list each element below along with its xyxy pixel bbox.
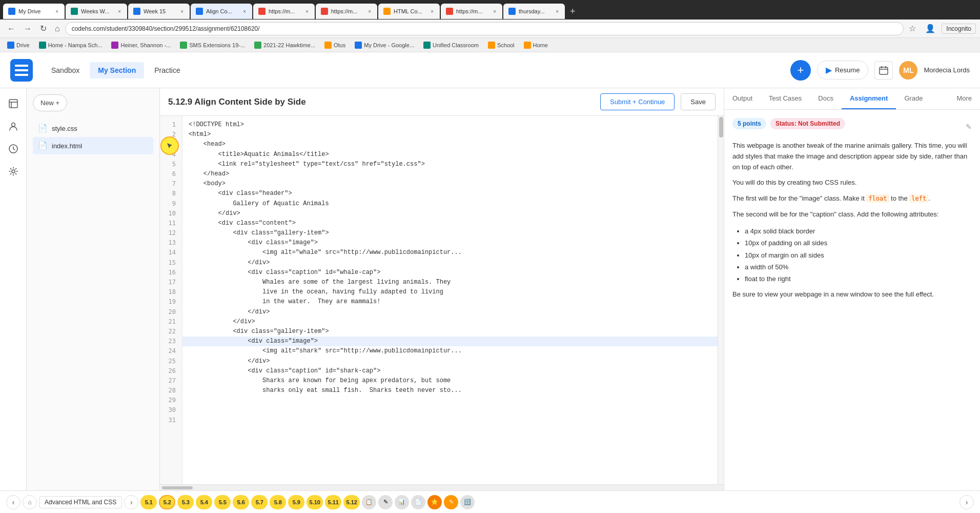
tab-assignment[interactable]: Assignment [842,88,896,109]
ext-label-school: School [497,42,515,48]
sidebar-icon-settings[interactable] [4,162,23,181]
tab-close-https3[interactable]: × [492,8,497,15]
new-tab-button[interactable]: + [566,4,580,19]
bullet-border: a 4px solid black border [745,225,972,237]
lesson-53[interactable]: 5.3 [177,495,194,509]
lesson-icon-2[interactable]: ✎ [378,495,393,509]
back-button[interactable]: ← [4,22,18,35]
lesson-51[interactable]: 5.1 [140,495,157,509]
lesson-56[interactable]: 5.6 [233,495,249,509]
tab-mydrive[interactable]: My Drive × [3,4,65,19]
lesson-52[interactable]: 5.2 [159,495,175,509]
lesson-512[interactable]: 5.12 [343,495,360,509]
code-content[interactable]: <!DOCTYPE html><html> <head> <title>Aqua… [182,116,724,484]
calendar-button[interactable] [874,61,893,80]
prev-arrow[interactable]: ‹ [6,495,21,509]
line-numbers: 1234567891011121314151617181920212223242… [160,116,182,484]
lesson-57[interactable]: 5.7 [251,495,268,509]
tab-close-alignco[interactable]: × [242,8,247,15]
tab-close-weeks[interactable]: × [117,8,122,15]
scrollbar-horizontal[interactable] [160,484,724,490]
bookmark-button[interactable]: ☆ [906,22,919,35]
ext-home-nampa[interactable]: Home - Nampa Sch... [36,41,106,50]
lesson-icon-6[interactable]: ✎ [444,495,458,509]
home-icon-bottom[interactable]: ⌂ [23,495,37,509]
forward-button[interactable]: → [21,22,35,35]
lesson-510[interactable]: 5.10 [307,495,323,509]
lesson-icon-5[interactable]: ⭐ [427,495,442,509]
tab-thursday[interactable]: thursday... × [503,4,565,19]
scrollbar-thumb-h[interactable] [162,486,193,489]
lesson-icon-4[interactable]: 📄 [411,495,425,509]
edit-icon[interactable]: ✎ [966,123,972,131]
tab-https3[interactable]: https://m... × [441,4,502,19]
ext-heiner[interactable]: Heiner, Shannon -... [108,41,174,50]
lesson-511[interactable]: 5.11 [325,495,341,509]
tab-close-https1[interactable]: × [304,8,310,15]
file-item-indexhtml[interactable]: 📄 index.html [33,137,153,154]
lesson-icon-3[interactable]: 📊 [395,495,409,509]
address-bar[interactable] [65,22,904,35]
tab-label-mydrive: My Drive [18,8,51,14]
sidebar-icon-users[interactable] [4,117,23,135]
course-label[interactable]: Advanced HTML and CSS [39,496,122,508]
tab-icon-alignco [196,8,203,15]
tab-close-thursday[interactable]: × [555,8,560,15]
ext-school[interactable]: School [485,41,518,50]
ext-home2[interactable]: Home [521,41,551,50]
tab-close-htmlco[interactable]: × [430,8,435,15]
ext-otus[interactable]: Otus [321,41,349,50]
lesson-58[interactable]: 5.8 [270,495,286,509]
nav-practice[interactable]: Practice [146,62,189,78]
resume-button[interactable]: ▶ Resume [817,61,868,80]
tab-weeks[interactable]: Weeks W... × [66,4,127,19]
nav-sandbox[interactable]: Sandbox [43,62,88,78]
lesson-54[interactable]: 5.4 [196,495,212,509]
file-item-stylecss[interactable]: 📄 style.css [33,120,153,137]
lesson-icon-1[interactable]: 📋 [362,495,376,509]
user-avatar[interactable]: ML [899,61,917,80]
ext-unified[interactable]: Unified Classroom [420,41,482,50]
ext-hawktime[interactable]: 2021-22 Hawktime... [251,41,318,50]
nav-my-section[interactable]: My Section [90,62,144,78]
tab-alignco[interactable]: Align Co... × [191,4,252,19]
new-file-button[interactable]: New + [33,94,67,111]
tab-https2[interactable]: https://m... × [316,4,377,19]
ext-mydrive2[interactable]: My Drive - Google... [352,41,417,50]
tab-close-https2[interactable]: × [367,8,372,15]
lesson-icon-7[interactable]: 🔢 [460,495,475,509]
next-arrow-bottom[interactable]: › [959,495,974,509]
add-button[interactable]: + [790,60,811,81]
nav-right: ☆ 👤 Incognito [906,22,976,35]
tab-https1[interactable]: https://m... × [253,4,315,19]
scrollbar-thumb-v[interactable] [719,117,723,137]
tab-more[interactable]: More [948,88,980,109]
save-button[interactable]: Save [681,93,716,110]
tab-week15[interactable]: Week 15 × [128,4,190,19]
tab-htmlco[interactable]: HTML Co... × [378,4,440,19]
profile-button[interactable]: 👤 [922,22,938,35]
next-arrow-course[interactable]: › [124,495,138,509]
ext-sms[interactable]: SMS Extensions 19-... [177,41,248,50]
ext-drive[interactable]: Drive [4,41,33,50]
sidebar-icon-activity[interactable] [4,140,23,158]
home-button[interactable]: ⌂ [52,22,63,35]
tab-close-week15[interactable]: × [179,8,185,15]
tab-docs[interactable]: Docs [810,88,842,109]
lesson-55[interactable]: 5.5 [214,495,231,509]
bullet-margin: 10px of margin on all sides [745,249,972,261]
tab-testcases[interactable]: Test Cases [761,88,810,109]
tab-close-mydrive[interactable]: × [54,8,59,15]
ext-label-hawktime: 2021-22 Hawktime... [263,42,315,48]
sidebar-icon-files[interactable] [4,94,23,113]
tab-output[interactable]: Output [724,88,761,109]
tab-grade[interactable]: Grade [896,88,931,109]
user-name[interactable]: Mordecia Lords [924,66,970,74]
scrollbar-vertical[interactable] [718,116,724,484]
submit-button[interactable]: Submit + Continue [600,93,675,110]
lesson-59[interactable]: 5.9 [288,495,304,509]
ext-icon-unified [423,42,431,49]
ext-icon-mydrive2 [355,42,362,49]
reload-button[interactable]: ↻ [37,22,50,35]
svg-rect-0 [15,65,28,67]
